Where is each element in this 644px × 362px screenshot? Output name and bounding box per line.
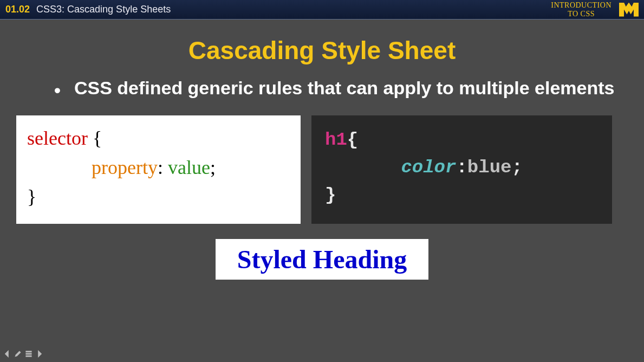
slide-header: 01.02 CSS3: Cascading Style Sheets INTRO… xyxy=(0,0,644,20)
course-line-1: INTRODUCTION xyxy=(551,1,612,9)
code-colon: : xyxy=(158,157,163,178)
example-value: blue xyxy=(467,157,512,178)
example-brace-open: { xyxy=(347,130,358,150)
slide-body: Cascading Style Sheet • CSS defined gene… xyxy=(0,20,644,296)
syntax-template-box: selector { property: value; } xyxy=(16,115,301,224)
svg-rect-1 xyxy=(25,353,31,355)
umich-logo-icon xyxy=(619,3,639,17)
example-colon: : xyxy=(456,157,467,178)
bullet-point: • CSS defined generic rules that can app… xyxy=(54,76,617,102)
lesson-title: CSS3: Cascading Style Sheets xyxy=(36,4,171,15)
next-slide-icon[interactable] xyxy=(36,350,43,360)
example-tag: h1 xyxy=(325,130,347,150)
course-label: INTRODUCTION TO CSS xyxy=(551,1,612,18)
pen-tool-icon[interactable] xyxy=(14,350,22,360)
example-brace-close: } xyxy=(325,185,336,205)
lesson-number: 01.02 xyxy=(5,4,30,15)
menu-icon[interactable] xyxy=(25,350,32,360)
presentation-toolbar xyxy=(3,350,43,360)
svg-rect-0 xyxy=(25,351,31,352)
example-semicolon: ; xyxy=(511,157,522,178)
code-brace-open: { xyxy=(93,127,102,149)
prev-slide-icon[interactable] xyxy=(3,350,11,360)
code-example-box: h1{ color:blue; } xyxy=(311,115,612,224)
bullet-dot-icon: • xyxy=(54,78,61,102)
example-property: color xyxy=(401,157,456,178)
code-selector: selector xyxy=(27,127,88,149)
course-line-2: TO CSS xyxy=(551,10,612,18)
result-row: Styled Heading xyxy=(27,239,617,280)
code-value: value xyxy=(168,157,210,178)
code-examples-row: selector { property: value; } h1{ color:… xyxy=(16,115,617,224)
code-semicolon: ; xyxy=(210,157,216,178)
slide-title: Cascading Style Sheet xyxy=(27,36,617,65)
styled-heading-result: Styled Heading xyxy=(216,239,428,280)
code-property: property xyxy=(92,157,158,178)
bullet-text: CSS defined generic rules that can apply… xyxy=(74,76,615,100)
code-brace-close: } xyxy=(27,186,36,208)
svg-rect-2 xyxy=(25,355,31,357)
